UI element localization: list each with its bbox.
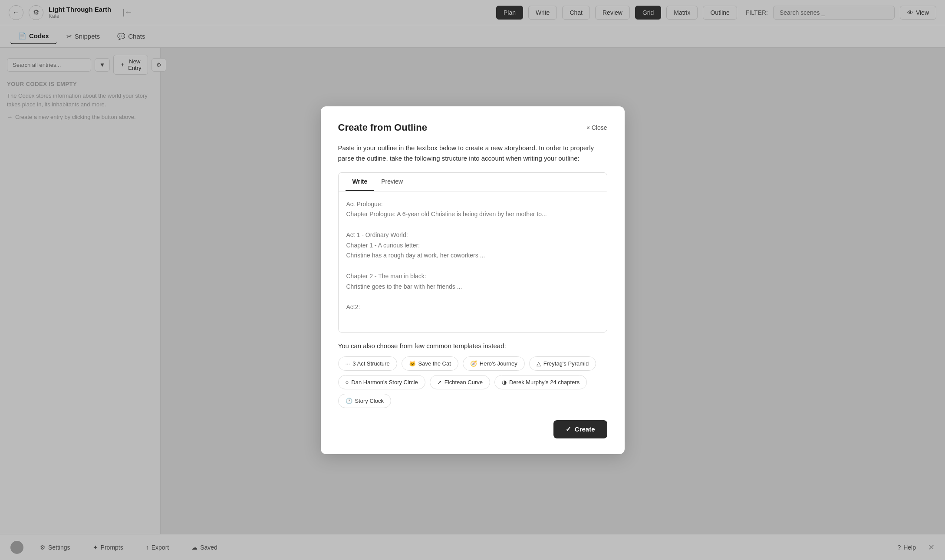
templates-row-1: ··· 3 Act Structure 🐱 Save the Cat 🧭 Her… [338, 356, 607, 371]
template-savethecat-button[interactable]: 🐱 Save the Cat [402, 356, 458, 371]
outline-textarea[interactable] [339, 191, 607, 330]
freytag-icon: △ [537, 360, 541, 367]
templates-row-2: ○ Dan Harmon's Story Circle ↗ Fichtean C… [338, 375, 607, 408]
modal-footer: ✓ Create [338, 420, 607, 438]
modal-close-button[interactable]: × Close [586, 124, 607, 131]
heros-icon: 🧭 [470, 360, 477, 367]
storyclock-icon: 🕐 [346, 398, 352, 404]
tab-write[interactable]: Write [346, 173, 375, 191]
modal-overlay[interactable]: Create from Outline × Close Paste in you… [0, 0, 945, 560]
modal-description: Paste in your outline in the textbox bel… [338, 143, 607, 164]
template-3act-button[interactable]: ··· 3 Act Structure [338, 356, 397, 371]
create-button[interactable]: ✓ Create [553, 420, 607, 438]
editor-tabs: Write Preview [338, 172, 607, 333]
derek-icon: ◑ [502, 379, 507, 385]
savethecat-icon: 🐱 [409, 360, 416, 367]
create-from-outline-modal: Create from Outline × Close Paste in you… [321, 106, 625, 454]
template-storyclock-button[interactable]: 🕐 Story Clock [338, 394, 391, 408]
fichtean-icon: ↗ [437, 379, 442, 385]
template-heros-button[interactable]: 🧭 Hero's Journey [463, 356, 525, 371]
3act-icon: ··· [346, 360, 350, 367]
editor-tab-bar: Write Preview [339, 173, 607, 191]
checkmark-icon: ✓ [566, 425, 571, 433]
modal-title: Create from Outline [338, 122, 427, 133]
tab-preview[interactable]: Preview [374, 173, 410, 191]
template-derek-button[interactable]: ◑ Derek Murphy's 24 chapters [494, 375, 587, 389]
template-fichtean-button[interactable]: ↗ Fichtean Curve [430, 375, 490, 389]
template-danharmon-button[interactable]: ○ Dan Harmon's Story Circle [338, 375, 425, 389]
template-freytag-button[interactable]: △ Freytag's Pyramid [529, 356, 596, 371]
templates-label: You can also choose from few common temp… [338, 342, 607, 349]
modal-header: Create from Outline × Close [338, 122, 607, 133]
danharmon-icon: ○ [346, 379, 349, 385]
